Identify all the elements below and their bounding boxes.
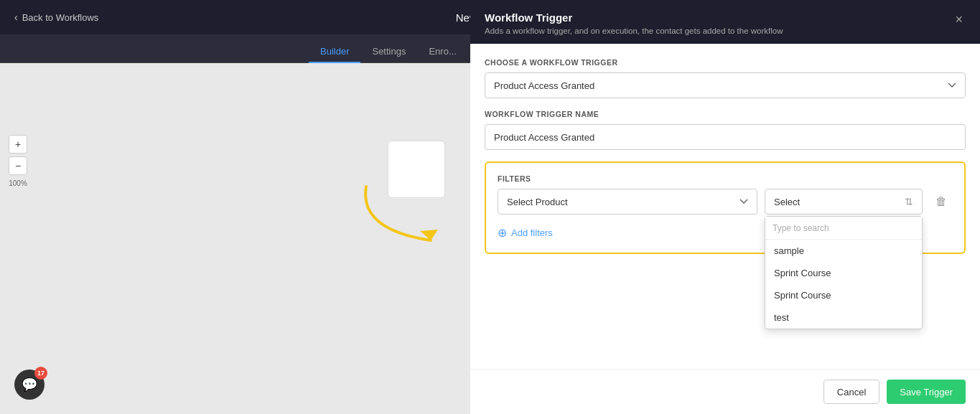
zoom-out-button[interactable]: −: [9, 156, 27, 175]
filter-dropdown: sample Sprint Course Sprint Course test: [765, 216, 923, 329]
panel-body: CHOOSE A WORKFLOW TRIGGER Product Access…: [470, 44, 980, 369]
dropdown-item-sprint1[interactable]: Sprint Course: [765, 262, 922, 284]
filter-search-input[interactable]: [765, 217, 922, 240]
back-to-workflows-link[interactable]: ‹ Back to Workflows: [14, 11, 98, 23]
zoom-in-button[interactable]: +: [9, 135, 27, 154]
tab-settings[interactable]: Settings: [360, 40, 417, 62]
filter-value-select[interactable]: Select ⇅: [765, 189, 923, 215]
canvas-controls: + − 100%: [9, 135, 27, 187]
tab-enroll[interactable]: Enro...: [417, 40, 467, 62]
choose-trigger-label: CHOOSE A WORKFLOW TRIGGER: [485, 58, 966, 67]
dropdown-item-test[interactable]: test: [765, 306, 922, 329]
panel-title: Workflow Trigger: [485, 11, 783, 24]
filters-label: FILTERS: [498, 174, 953, 183]
trigger-name-label: WORKFLOW TRIGGER NAME: [485, 110, 966, 118]
panel-subtitle: Adds a workflow trigger, and on executio…: [485, 27, 783, 35]
chat-badge: 17: [34, 367, 47, 380]
panel-close-button[interactable]: ×: [952, 11, 966, 27]
filter-value-container: Select ⇅ sample Sprint Course Sprint Cou…: [765, 189, 923, 215]
filters-section: FILTERS Select Product Select ⇅ sample S…: [485, 161, 966, 254]
select-product-dropdown[interactable]: Select Product: [498, 189, 757, 215]
back-label: Back to Workflows: [22, 12, 99, 23]
filter-delete-button[interactable]: 🗑: [930, 189, 953, 215]
workflow-trigger-panel: Workflow Trigger Adds a workflow trigger…: [470, 0, 980, 414]
panel-header: Workflow Trigger Adds a workflow trigger…: [470, 0, 980, 44]
canvas-area: + − 100%: [0, 63, 470, 414]
save-trigger-button[interactable]: Save Trigger: [887, 380, 966, 404]
chat-icon-glyph: 💬: [22, 377, 37, 392]
canvas-node: [388, 141, 445, 198]
add-filters-label: Add filters: [511, 227, 553, 238]
dropdown-item-sample[interactable]: sample: [765, 240, 922, 262]
back-chevron-icon: ‹: [14, 11, 18, 23]
filters-row: Select Product Select ⇅ sample Sprint Co…: [498, 189, 953, 215]
panel-header-left: Workflow Trigger Adds a workflow trigger…: [485, 11, 783, 35]
filter-value-placeholder: Select: [774, 197, 800, 207]
trigger-name-input[interactable]: [485, 124, 966, 150]
cancel-button[interactable]: Cancel: [823, 380, 879, 404]
tab-builder[interactable]: Builder: [309, 40, 360, 62]
chat-icon-button[interactable]: 💬 17: [14, 370, 45, 400]
spinner-icon: ⇅: [905, 196, 913, 207]
trash-icon: 🗑: [935, 195, 947, 208]
dropdown-item-sprint2[interactable]: Sprint Course: [765, 284, 922, 306]
workflow-trigger-select[interactable]: Product Access Granted: [485, 72, 966, 98]
plus-circle-icon: ⊕: [498, 226, 507, 240]
zoom-level: 100%: [9, 179, 27, 187]
panel-footer: Cancel Save Trigger: [470, 369, 980, 414]
chat-widget: 💬 17: [14, 370, 45, 400]
